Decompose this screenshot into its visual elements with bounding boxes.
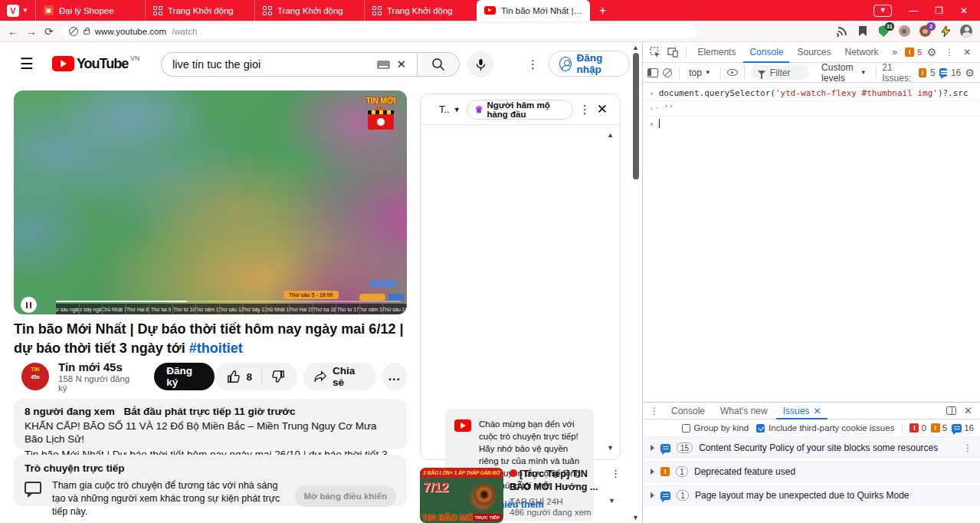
youtube-logo[interactable]: YouTube VN	[52, 56, 139, 71]
browser-tab-active[interactable]: Tin bão Mới Nhất | Dự báo	[477, 0, 590, 21]
custom-levels-dropdown[interactable]: Custom levels ▼	[818, 62, 869, 84]
more-tabs-icon[interactable]: »	[887, 42, 904, 63]
share-button[interactable]: Chia sẻ	[303, 363, 376, 390]
header-more-icon[interactable]: ⋮	[527, 58, 539, 71]
drawer-close-icon[interactable]: ✕	[964, 405, 972, 416]
scrollbar-thumb[interactable]	[633, 53, 639, 179]
open-chat-panel-button[interactable]: Mở bảng điều khiển	[295, 485, 397, 507]
reload-button[interactable]: ⟳	[44, 26, 54, 37]
issue-row[interactable]: 1 Page layout may be unexpected due to Q…	[643, 485, 980, 506]
devtools-close-icon[interactable]: ✕	[959, 44, 975, 60]
console-sidebar-icon[interactable]	[647, 65, 659, 81]
devtools-settings-icon[interactable]: ⚙	[923, 44, 939, 60]
timeline-day[interactable]: Thứ tư 17	[336, 304, 360, 314]
page-scrollbar[interactable]: ▲ ▼	[630, 42, 642, 523]
subscribe-button[interactable]: Đăng ký	[154, 363, 215, 390]
suggested-thumbnail[interactable]: 2 BÃO LỚN+ 1 ÁP THẤP GẦN BỜ 7/12 TIN BÃO…	[420, 468, 503, 523]
console-settings-icon[interactable]: ⚙	[964, 65, 975, 81]
search-button[interactable]	[417, 52, 460, 77]
timeline-day[interactable]: Thứ tư 10	[173, 304, 197, 314]
guide-menu-icon[interactable]: ☰	[20, 54, 34, 73]
issue-row[interactable]: ! 1 Deprecated feature used	[643, 461, 980, 482]
dock-side-icon[interactable]	[946, 406, 956, 415]
map-zoom-control[interactable]	[388, 294, 404, 301]
tab-console[interactable]: Console	[743, 42, 789, 63]
browser-tab[interactable]: Trang Khởi động	[254, 0, 364, 21]
console-prompt[interactable]: ›	[643, 117, 980, 131]
channel-name[interactable]: Tin mới 45s	[58, 360, 133, 373]
devtools-more-icon[interactable]: ⋮	[942, 44, 958, 60]
dislike-button[interactable]	[262, 370, 294, 383]
extension-icon[interactable]	[898, 25, 910, 38]
content-blocker-icon[interactable]	[69, 27, 78, 36]
drawer-tab-issues[interactable]: Issues ✕	[776, 403, 828, 419]
map-control[interactable]	[370, 280, 396, 287]
forward-button[interactable]: →	[26, 26, 37, 37]
monkey-extension-icon[interactable]: 2	[919, 25, 931, 38]
tab-elements[interactable]: Elements	[691, 42, 742, 63]
back-button[interactable]: ←	[8, 26, 18, 37]
maximize-button[interactable]: ❐	[935, 6, 943, 15]
browser-tab[interactable]: ▣ Đại lý Shopee	[35, 0, 145, 21]
bookmark-icon[interactable]	[857, 25, 869, 38]
feed-icon[interactable]	[836, 25, 848, 38]
drawer-tab-whats-new[interactable]: What's new	[713, 403, 775, 419]
suggested-more-icon[interactable]: ⋮	[611, 468, 621, 523]
issues-summary[interactable]: 21 Issues: ! 5 16	[882, 62, 961, 84]
expand-arrow-icon[interactable]	[651, 492, 654, 498]
adblock-extension-icon[interactable]: 31	[877, 25, 890, 38]
url-field[interactable]: www.youtube.com/watch	[61, 24, 697, 39]
timeline-day[interactable]: Thứ sáu ngày 5	[56, 304, 80, 314]
issue-more-icon[interactable]: ⋮	[963, 442, 972, 453]
tab-list-dropdown-button[interactable]: ▼	[873, 5, 892, 17]
suggestions-scroll-down-icon[interactable]: ▼	[608, 497, 615, 505]
lightning-extension-icon[interactable]	[939, 25, 952, 38]
tab-network[interactable]: Network	[839, 42, 885, 63]
new-tab-button[interactable]: +	[590, 0, 615, 21]
timeline-day[interactable]: Thứ bảy 13	[243, 304, 267, 314]
timeline-day[interactable]: Thứ ba 16	[313, 304, 337, 314]
top-fans-button[interactable]: ♛ Người hâm mộ hàng đầu	[467, 100, 573, 120]
channel-avatar[interactable]	[21, 363, 49, 390]
timeline-day[interactable]: Thứ Hai 8	[126, 304, 150, 314]
minimize-button[interactable]: —	[909, 6, 918, 15]
chat-close-icon[interactable]: ✕	[597, 101, 608, 117]
drawer-tab-console[interactable]: Console	[664, 403, 712, 419]
timeline-day[interactable]: Thứ sáu 19	[383, 304, 407, 314]
timeline-day[interactable]: Thứ sáu 12	[220, 304, 244, 314]
keyboard-icon[interactable]	[377, 61, 390, 69]
chat-filter-dropdown[interactable]: T.. ▼	[439, 104, 461, 115]
browser-tab[interactable]: Trang Khởi động	[145, 0, 254, 21]
error-count-badge[interactable]: ! 5	[905, 48, 922, 57]
suggested-channel[interactable]: TẠP CHÍ 24H	[510, 497, 603, 506]
vivaldi-menu-button[interactable]: V ▼	[0, 0, 35, 21]
third-party-checkbox[interactable]: Include third-party cookie issues	[756, 423, 894, 433]
profile-avatar[interactable]	[960, 25, 972, 38]
suggested-title[interactable]: [Trực Tiếp] TIN BÃO MỚI Hướng ...	[510, 468, 603, 494]
tab-sources[interactable]: Sources	[791, 42, 837, 63]
description-box[interactable]: 8 người đang xem Bắt đầu phát trực tiếp …	[14, 399, 407, 449]
search-input[interactable]	[172, 58, 371, 71]
timeline-day[interactable]: Thứ ba 9	[149, 304, 173, 314]
map-play-control[interactable]	[359, 294, 385, 301]
expand-arrow-icon[interactable]	[651, 445, 654, 451]
scrollbar-down-icon[interactable]: ▼	[632, 514, 639, 521]
chat-scroll-down-icon[interactable]: ▼	[607, 444, 614, 452]
console-filter-input[interactable]: Filter	[751, 65, 809, 80]
drawer-more-icon[interactable]: ⋮	[646, 403, 663, 419]
sign-in-button[interactable]: Đăng nhập	[549, 51, 630, 77]
video-player[interactable]: TIN MỚI 45s Thứ sáu 5 - 19:00 Thứ sáu ng…	[14, 90, 407, 314]
context-selector[interactable]: top ▼	[686, 67, 714, 78]
chat-scroll-up-icon[interactable]: ▲	[607, 131, 614, 139]
timeline-day[interactable]: Thứ Hai 15	[290, 304, 313, 314]
browser-tab[interactable]: Trang Khởi động	[364, 0, 474, 21]
close-window-button[interactable]: ✕	[960, 6, 968, 15]
scrollbar-up-icon[interactable]: ▲	[632, 44, 639, 51]
expand-arrow-icon[interactable]	[651, 469, 654, 475]
drawer-tab-close-icon[interactable]: ✕	[813, 406, 821, 416]
live-expression-eye-icon[interactable]	[726, 65, 738, 81]
timeline-day[interactable]: Thứ năm 11	[196, 304, 220, 314]
title-hashtag-link[interactable]: #thoitiet	[189, 340, 243, 356]
timeline-progress[interactable]	[56, 301, 401, 302]
clear-console-icon[interactable]	[662, 65, 674, 81]
